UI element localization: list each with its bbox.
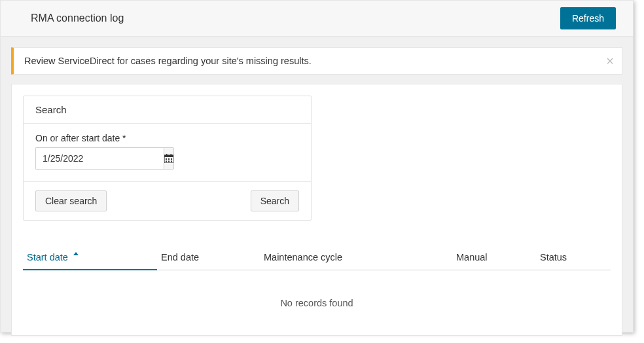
column-manual[interactable]: Manual <box>452 245 536 270</box>
svg-rect-2 <box>166 154 168 156</box>
search-card: Search On or after start date * <box>23 96 312 221</box>
results-table: Start date End date Maintenance cycle Ma… <box>23 245 611 324</box>
refresh-button[interactable]: Refresh <box>560 7 616 29</box>
content-area: Review ServiceDirect for cases regarding… <box>1 37 633 343</box>
column-maintenance-cycle[interactable]: Maintenance cycle <box>260 245 452 270</box>
clear-search-button[interactable]: Clear search <box>35 190 107 211</box>
search-button[interactable]: Search <box>251 190 299 211</box>
start-date-input[interactable] <box>35 147 164 170</box>
page-title: RMA connection log <box>31 12 124 24</box>
close-icon[interactable]: × <box>606 54 614 67</box>
svg-rect-6 <box>171 158 172 160</box>
column-start-date[interactable]: Start date <box>23 245 157 270</box>
alert-banner: Review ServiceDirect for cases regarding… <box>11 47 622 75</box>
calendar-icon <box>164 154 173 163</box>
search-card-body: On or after start date * <box>24 124 311 182</box>
date-input-group <box>35 147 164 170</box>
svg-rect-3 <box>171 154 172 156</box>
header-bar: RMA connection log Refresh <box>1 1 633 37</box>
main-panel: Search On or after start date * <box>11 84 622 336</box>
page-container: RMA connection log Refresh Review Servic… <box>0 0 634 333</box>
search-card-footer: Clear search Search <box>24 182 311 220</box>
svg-rect-7 <box>166 161 167 162</box>
svg-rect-1 <box>164 155 173 157</box>
table-header-row: Start date End date Maintenance cycle Ma… <box>23 245 611 270</box>
svg-rect-8 <box>168 161 170 162</box>
column-end-date[interactable]: End date <box>157 245 260 270</box>
sort-ascending-icon <box>73 252 79 255</box>
column-start-date-label: Start date <box>27 252 68 262</box>
search-card-title: Search <box>24 96 311 124</box>
svg-rect-9 <box>171 161 172 162</box>
svg-rect-4 <box>166 158 167 160</box>
column-status[interactable]: Status <box>536 245 608 270</box>
alert-message: Review ServiceDirect for cases regarding… <box>24 56 312 66</box>
svg-rect-5 <box>168 158 170 160</box>
date-picker-button[interactable] <box>164 147 174 170</box>
empty-state-message: No records found <box>23 270 611 324</box>
start-date-label: On or after start date * <box>35 133 299 143</box>
